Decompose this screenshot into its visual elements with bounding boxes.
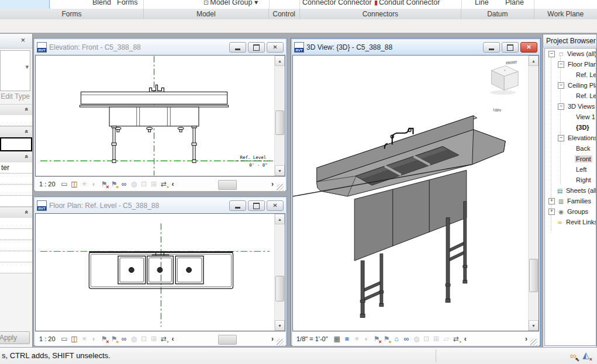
h-scrollbar-thumb[interactable] — [218, 180, 237, 190]
sink-3d-model[interactable] — [293, 116, 505, 317]
parameter-value-field-selected[interactable] — [0, 137, 32, 151]
parameter-value-field[interactable] — [0, 115, 32, 126]
worksharing-icon[interactable]: ⊡ — [422, 334, 432, 344]
window-floor-plan-titlebar[interactable]: RVT Floor Plan: Ref. Level - C5_388_88 ✕ — [35, 198, 285, 213]
detail-level-icon[interactable]: ▭ — [60, 179, 70, 189]
visual-style-icon[interactable]: ■ — [342, 334, 352, 344]
collapse-icon[interactable]: − — [558, 135, 564, 141]
ribbon-highlighted-button[interactable] — [0, 0, 50, 9]
parameter-value-field[interactable] — [0, 185, 32, 196]
tree-item-front[interactable]: Front — [545, 154, 596, 164]
scroll-up-icon[interactable]: ▲ — [529, 56, 539, 66]
minimize-button[interactable] — [483, 42, 500, 53]
tree-item-families[interactable]: +▥Families — [545, 196, 596, 206]
blend-button[interactable]: Blend — [92, 0, 111, 8]
visual-style-icon[interactable]: ◫ — [70, 334, 80, 344]
viewcube[interactable]: LEFT FRONT — [490, 60, 518, 112]
elevation-view-content[interactable]: Ref. Level 0' - 0" ▲ ▼ — [35, 55, 285, 176]
lock-3d-view-icon[interactable]: ⌂ — [392, 334, 402, 344]
3d-view-content[interactable]: LEFT FRONT ▲ ▼ — [292, 55, 539, 331]
displaced-elements-icon[interactable]: ▱ — [441, 334, 451, 344]
connector-button-2[interactable]: Connector — [338, 0, 372, 8]
scrollbar-track[interactable] — [275, 66, 285, 165]
forms-button[interactable]: Forms — [117, 0, 137, 8]
parameter-value-field[interactable] — [0, 229, 32, 240]
tree-item-groups[interactable]: +◉Groups — [545, 206, 596, 217]
temporary-hide-icon[interactable]: ∞ — [402, 334, 412, 344]
scrollbar-track[interactable] — [529, 66, 539, 320]
close-button[interactable]: ✕ — [520, 42, 537, 53]
tree-item-views-all-[interactable]: −□Views (all) — [545, 48, 596, 59]
tree-item-revit-links[interactable]: ∞Revit Links — [545, 217, 596, 227]
constraints-lock-icon[interactable]: ⇄▪ — [159, 334, 169, 344]
crop-view-icon[interactable]: ⚑× — [372, 334, 382, 344]
model-group-button[interactable]: ⊡Model Group ▾ — [203, 0, 258, 8]
close-button[interactable]: ✕ — [267, 200, 284, 211]
restore-button[interactable] — [248, 200, 265, 211]
tree-item-right[interactable]: Right — [545, 175, 596, 185]
3d-sink-drawing[interactable]: LEFT FRONT — [293, 56, 528, 331]
restore-button[interactable] — [502, 42, 519, 53]
shadows-icon[interactable]: ◐ — [362, 334, 372, 344]
tree-item--3d-[interactable]: {3D} — [545, 122, 596, 133]
scroll-left-icon[interactable]: ‹ — [461, 335, 470, 343]
constraints-lock-icon[interactable]: ⇄▪ — [451, 334, 461, 344]
parameter-value-field[interactable]: ter — [0, 162, 32, 174]
tree-item-3d-views[interactable]: −3D Views — [545, 101, 596, 112]
visual-style-icon[interactable]: ◫ — [70, 179, 80, 189]
connector-button-1[interactable]: Connector — [302, 0, 336, 8]
expand-icon[interactable]: + — [548, 209, 555, 215]
scroll-up-icon[interactable]: ▲ — [275, 214, 285, 224]
apply-button[interactable]: Apply — [0, 331, 30, 344]
parameter-value-field[interactable] — [0, 240, 32, 251]
analytical-icon[interactable]: ⊞ — [432, 334, 441, 344]
ribbon-panel-connectors[interactable]: Connectors — [300, 9, 462, 19]
worksharing-icon[interactable]: ⊡ — [139, 334, 149, 344]
detail-level-icon[interactable]: ▭ — [60, 334, 70, 344]
close-icon[interactable]: × — [20, 36, 25, 44]
crop-region-icon[interactable]: ⚑● — [109, 334, 119, 344]
sun-path-icon[interactable]: ☀ — [80, 334, 89, 344]
sun-path-icon[interactable]: ☀ — [80, 179, 89, 189]
parameter-value-field[interactable] — [0, 174, 32, 185]
sun-path-icon[interactable]: ☀ — [352, 334, 362, 344]
scroll-left-icon[interactable]: ‹ — [169, 335, 177, 343]
shadows-icon[interactable]: ◐ — [89, 179, 99, 189]
resize-grip[interactable] — [277, 339, 284, 346]
filter-icon[interactable]: ◭× — [579, 349, 592, 362]
restore-button[interactable] — [248, 42, 265, 53]
collapse-icon[interactable]: − — [558, 103, 564, 110]
shadows-icon[interactable]: ◐ — [89, 334, 99, 344]
elevation-drawing[interactable]: Ref. Level 0' - 0" — [36, 56, 274, 176]
worksharing-icon[interactable]: ⊡ — [139, 179, 149, 189]
scroll-down-icon[interactable]: ▼ — [275, 320, 285, 331]
scrollbar-track[interactable] — [275, 224, 285, 320]
type-selector[interactable] — [0, 50, 30, 91]
reveal-hidden-icon[interactable]: ◍ — [129, 334, 139, 344]
floor-plan-view-content[interactable]: ▲ ▼ — [35, 213, 285, 331]
crop-view-icon[interactable]: ⚑× — [99, 334, 109, 344]
collapse-chevron-icon[interactable]: « — [23, 155, 30, 158]
parameter-group-header[interactable]: « — [0, 126, 32, 137]
temporary-hide-icon[interactable]: ∞ — [119, 334, 129, 344]
scroll-up-icon[interactable]: ▲ — [275, 56, 285, 66]
plane-button[interactable]: Plane — [505, 0, 524, 8]
tree-item-back[interactable]: Back — [545, 143, 596, 154]
h-scrollbar-thumb[interactable] — [218, 335, 237, 345]
floor-plan-drawing[interactable] — [36, 214, 274, 331]
h-scrollbar-track[interactable] — [178, 335, 268, 344]
scale-button[interactable]: 1 : 20 — [39, 335, 56, 342]
crop-region-icon[interactable]: ⚑● — [109, 179, 119, 189]
tree-item-floor-plans[interactable]: −Floor Plans — [545, 59, 596, 70]
analytical-icon[interactable]: ⊞ — [149, 334, 159, 344]
scroll-left-icon[interactable]: ‹ — [169, 180, 177, 188]
tree-item-ceiling-plans[interactable]: −Ceiling Plans — [545, 80, 596, 91]
ribbon-panel-control[interactable]: Control — [269, 9, 300, 19]
h-scrollbar-track[interactable] — [178, 180, 268, 189]
vertical-scrollbar[interactable]: ▲ ▼ — [528, 56, 539, 331]
h-scrollbar-track[interactable] — [470, 335, 522, 344]
collapse-chevron-icon[interactable]: « — [23, 210, 30, 214]
scroll-right-icon[interactable]: › — [522, 335, 530, 343]
window-3d-titlebar[interactable]: RVT 3D View: {3D} - C5_388_88 ✕ — [292, 40, 539, 55]
constraints-lock-icon[interactable]: ⇄▪ — [159, 179, 169, 189]
